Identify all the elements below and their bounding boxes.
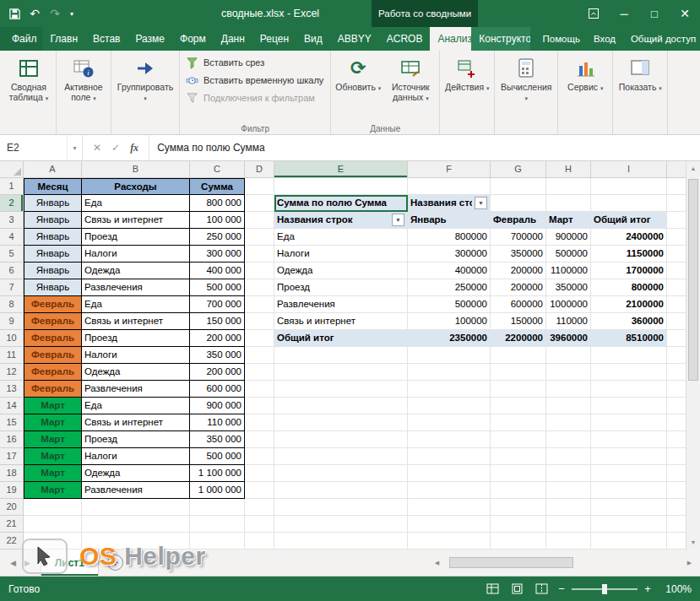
cell-A1[interactable]: Месяц bbox=[24, 178, 82, 195]
cell-E19[interactable] bbox=[274, 482, 408, 499]
cell-E3[interactable]: Названия строк▼ bbox=[274, 212, 408, 229]
cell-B1[interactable]: Расходы bbox=[82, 178, 190, 195]
cell-D22[interactable] bbox=[245, 533, 274, 550]
cell-C2[interactable]: 800 000 bbox=[190, 195, 245, 212]
cell-B17[interactable]: Налоги bbox=[82, 448, 190, 465]
cell-B22[interactable] bbox=[82, 533, 190, 550]
cell-C13[interactable]: 600 000 bbox=[190, 381, 245, 398]
cell-G5[interactable]: 350000 bbox=[491, 246, 546, 263]
cell-E8[interactable]: Развлечения bbox=[274, 296, 408, 313]
cell-G18[interactable] bbox=[491, 465, 546, 482]
cell-C16[interactable]: 350 000 bbox=[190, 431, 245, 448]
cell-H4[interactable]: 900000 bbox=[546, 229, 591, 246]
cell-E21[interactable] bbox=[274, 516, 408, 533]
cell-E5[interactable]: Налоги bbox=[274, 246, 408, 263]
cell-C7[interactable]: 500 000 bbox=[190, 279, 245, 296]
cell-D10[interactable] bbox=[245, 330, 274, 347]
cell-I16[interactable] bbox=[591, 431, 667, 448]
cell-C18[interactable]: 1 100 000 bbox=[190, 465, 245, 482]
cell-I8[interactable]: 2100000 bbox=[591, 296, 667, 313]
cell-I7[interactable]: 800000 bbox=[591, 279, 667, 296]
ribbon-tab-3[interactable]: Разме bbox=[128, 27, 172, 51]
save-button[interactable] bbox=[5, 3, 24, 24]
insert-slicer-button[interactable]: Вставить срез bbox=[185, 56, 323, 69]
cell-D1[interactable] bbox=[245, 178, 274, 195]
active-field-button[interactable]: i Активное поле ▾ bbox=[58, 53, 109, 102]
share-button[interactable]: Общий доступ bbox=[618, 27, 700, 51]
cell-G7[interactable]: 200000 bbox=[491, 279, 546, 296]
cell-A7[interactable]: Январь bbox=[24, 279, 82, 296]
horizontal-scroll-track[interactable] bbox=[444, 555, 682, 570]
zoom-in-button[interactable]: + bbox=[643, 582, 652, 595]
cell-B13[interactable]: Развлечения bbox=[82, 381, 190, 398]
cell-E4[interactable]: Еда bbox=[274, 229, 408, 246]
cell-F3[interactable]: Январь bbox=[408, 212, 491, 229]
cell-H5[interactable]: 500000 bbox=[546, 246, 591, 263]
row-header-20[interactable]: 20 bbox=[0, 499, 24, 516]
scroll-up-icon[interactable]: ▲ bbox=[686, 161, 700, 176]
ribbon-tab-9[interactable]: ACROB bbox=[379, 27, 431, 51]
cell-H15[interactable] bbox=[546, 414, 591, 431]
cell-A3[interactable]: Январь bbox=[24, 212, 82, 229]
next-sheet-icon[interactable]: ▶ bbox=[24, 559, 30, 567]
cell-D14[interactable] bbox=[245, 398, 274, 414]
cell-B21[interactable] bbox=[82, 516, 190, 533]
customize-qat-button[interactable]: ▾ bbox=[66, 3, 78, 24]
formula-input[interactable]: Сумма по полю Сумма bbox=[149, 135, 700, 160]
normal-view-button[interactable] bbox=[484, 581, 501, 598]
cell-G22[interactable] bbox=[491, 533, 546, 550]
cell-B16[interactable]: Проезд bbox=[82, 431, 190, 448]
ribbon-tab-1[interactable]: Главн bbox=[43, 27, 86, 51]
cell-F14[interactable] bbox=[408, 398, 491, 414]
cell-C9[interactable]: 150 000 bbox=[190, 313, 245, 330]
cell-E2[interactable]: Сумма по полю Сумма bbox=[274, 195, 408, 212]
sheet-tab-list1[interactable]: Лист1 bbox=[41, 550, 99, 576]
name-box[interactable]: E2 ▾ bbox=[0, 135, 83, 160]
cell-G13[interactable] bbox=[491, 381, 546, 398]
column-header-F[interactable]: F bbox=[408, 161, 491, 178]
cell-G11[interactable] bbox=[491, 347, 546, 364]
prev-sheet-icon[interactable]: ◀ bbox=[10, 559, 16, 567]
cell-E13[interactable] bbox=[274, 381, 408, 398]
column-labels-filter-dropdown-icon[interactable]: ▼ bbox=[475, 197, 487, 209]
cell-I20[interactable] bbox=[591, 499, 667, 516]
cell-B2[interactable]: Еда bbox=[82, 195, 190, 212]
row-header-14[interactable]: 14 bbox=[0, 398, 24, 414]
cell-F7[interactable]: 250000 bbox=[408, 279, 491, 296]
cell-C3[interactable]: 100 000 bbox=[190, 212, 245, 229]
cell-A14[interactable]: Март bbox=[24, 398, 82, 414]
ribbon-tab-5[interactable]: Данн bbox=[214, 27, 252, 51]
scroll-left-icon[interactable]: ◀ bbox=[430, 555, 444, 570]
cell-A11[interactable]: Февраль bbox=[24, 347, 82, 364]
cell-F16[interactable] bbox=[408, 431, 491, 448]
cell-F12[interactable] bbox=[408, 364, 491, 381]
cell-G1[interactable] bbox=[491, 178, 546, 195]
row-header-21[interactable]: 21 bbox=[0, 516, 24, 533]
cell-D4[interactable] bbox=[245, 229, 274, 246]
tab-analyze[interactable]: Анализ bbox=[430, 27, 471, 51]
cell-D20[interactable] bbox=[245, 499, 274, 516]
tab-file[interactable]: Файл bbox=[0, 27, 43, 51]
cell-F4[interactable]: 800000 bbox=[408, 229, 491, 246]
zoom-slider[interactable] bbox=[572, 588, 638, 590]
row-header-16[interactable]: 16 bbox=[0, 431, 24, 448]
cell-C17[interactable]: 500 000 bbox=[190, 448, 245, 465]
cell-F13[interactable] bbox=[408, 381, 491, 398]
cell-I5[interactable]: 1150000 bbox=[591, 246, 667, 263]
cell-H22[interactable] bbox=[546, 533, 591, 550]
cell-C20[interactable] bbox=[190, 499, 245, 516]
page-layout-view-button[interactable] bbox=[508, 581, 525, 598]
cell-B11[interactable]: Налоги bbox=[82, 347, 190, 364]
cell-C4[interactable]: 250 000 bbox=[190, 229, 245, 246]
cell-D12[interactable] bbox=[245, 364, 274, 381]
cell-D19[interactable] bbox=[245, 482, 274, 499]
cell-G10[interactable]: 2200000 bbox=[491, 330, 546, 347]
row-header-4[interactable]: 4 bbox=[0, 229, 24, 246]
cell-I3[interactable]: Общий итог bbox=[591, 212, 667, 229]
actions-button[interactable]: Действия ▾ bbox=[442, 53, 492, 92]
cell-B20[interactable] bbox=[82, 499, 190, 516]
cell-E14[interactable] bbox=[274, 398, 408, 414]
cell-H18[interactable] bbox=[546, 465, 591, 482]
new-sheet-button[interactable]: + bbox=[107, 555, 123, 571]
cell-D7[interactable] bbox=[245, 279, 274, 296]
